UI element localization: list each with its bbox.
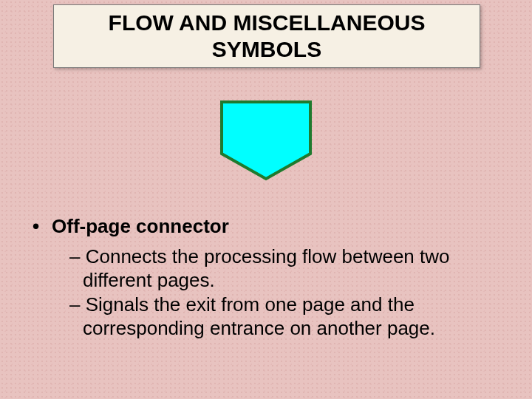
bullet-sub-1: – Connects the processing flow between t… (30, 245, 502, 293)
off-page-connector-icon (207, 96, 325, 185)
symbol-illustration (0, 96, 532, 188)
title-card: FLOW AND MISCELLANEOUS SYMBOLS (53, 4, 480, 68)
bullet-sub-2: – Signals the exit from one page and the… (30, 293, 502, 341)
page-title: FLOW AND MISCELLANEOUS SYMBOLS (54, 7, 480, 66)
off-page-connector-shape (222, 102, 310, 179)
bullet-main: Off-page connector (30, 214, 502, 239)
description-block: Off-page connector – Connects the proces… (30, 214, 502, 341)
